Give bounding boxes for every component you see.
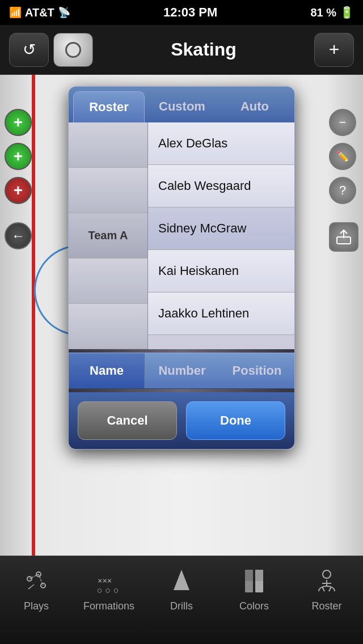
player-row-2[interactable]: Sidney McGraw: [148, 207, 294, 250]
tab-name[interactable]: Name: [69, 353, 145, 388]
drills-icon: [167, 566, 196, 596]
player-row-4[interactable]: Jaakko Lehtinen: [148, 293, 294, 335]
help-icon: ?: [339, 183, 346, 198]
svg-text:○ ○ ○: ○ ○ ○: [98, 586, 118, 594]
segment-custom[interactable]: Custom: [147, 91, 217, 122]
svg-line-19: [329, 587, 331, 591]
picker-row-1[interactable]: [69, 168, 147, 213]
player-list: Team A Alex DeGlas Caleb Wesgaard Sidney…: [69, 122, 294, 349]
status-right: 81 % 🔋: [310, 6, 354, 19]
wifi-icon: 📡: [58, 6, 70, 19]
segment-control: Roster Custom Auto: [69, 87, 294, 122]
picker-row-0[interactable]: [69, 122, 147, 168]
add-player-button-1[interactable]: +: [5, 109, 32, 136]
picker-row-4[interactable]: [69, 304, 147, 349]
status-left: 📶 AT&T 📡: [9, 6, 70, 19]
modal-dialog: Roster Custom Auto Team A: [68, 86, 295, 450]
modal-actions: Cancel Done: [69, 392, 294, 449]
bottom-tab-bar: Plays ××× ○ ○ ○ Formations Drills: [0, 556, 363, 644]
main-area: + + + ← − ✏️ ?: [0, 75, 363, 556]
team-picker[interactable]: Team A: [69, 122, 148, 349]
export-icon: [336, 229, 352, 245]
export-button[interactable]: [329, 222, 358, 252]
formations-icon: ××× ○ ○ ○: [94, 566, 124, 596]
plus-icon-1: +: [14, 113, 23, 132]
svg-marker-10: [174, 570, 189, 590]
tab-drills[interactable]: Drills: [145, 562, 218, 612]
app-title: Skating: [171, 39, 237, 60]
add-player-button-2[interactable]: +: [5, 143, 32, 170]
time-label: 12:03 PM: [163, 5, 217, 20]
roster-icon: [312, 566, 341, 596]
tab-position[interactable]: Position: [220, 353, 294, 388]
help-button[interactable]: ?: [329, 177, 356, 204]
edit-button[interactable]: ✏️: [329, 143, 356, 170]
formations-label: Formations: [83, 600, 134, 612]
tab-number[interactable]: Number: [145, 353, 220, 388]
tab-formations[interactable]: ××× ○ ○ ○ Formations: [73, 562, 145, 612]
plays-icon: [22, 566, 51, 596]
tab-roster[interactable]: Roster: [290, 562, 363, 612]
drills-label: Drills: [170, 600, 193, 612]
edit-icon: ✏️: [336, 150, 349, 163]
cancel-button[interactable]: Cancel: [78, 401, 177, 440]
name-list: Alex DeGlas Caleb Wesgaard Sidney McGraw…: [148, 122, 294, 349]
svg-rect-14: [255, 570, 263, 581]
plus-icon-3: +: [14, 181, 23, 200]
roster-label: Roster: [311, 600, 341, 612]
left-buttons: + + + ←: [5, 109, 32, 249]
tab-plays[interactable]: Plays: [0, 562, 73, 612]
record-icon: [65, 42, 81, 58]
add-button[interactable]: +: [314, 33, 354, 67]
plus-icon-2: +: [14, 147, 23, 166]
player-row-1[interactable]: Caleb Wesgaard: [148, 165, 294, 207]
back-button[interactable]: ←: [5, 222, 32, 249]
svg-line-18: [322, 587, 324, 591]
add-player-button-3[interactable]: +: [5, 177, 32, 204]
right-buttons: − ✏️ ?: [329, 109, 358, 252]
minus-button[interactable]: −: [329, 109, 356, 136]
picker-row-team-a[interactable]: Team A: [69, 213, 147, 259]
back-icon: ←: [11, 228, 25, 244]
colors-icon: [239, 566, 269, 596]
tab-colors[interactable]: Colors: [218, 562, 290, 612]
add-icon: +: [329, 39, 340, 60]
segment-auto[interactable]: Auto: [220, 91, 290, 122]
svg-text:×××: ×××: [98, 576, 112, 585]
team-a-label: Team A: [88, 229, 128, 242]
player-row-3[interactable]: Kai Heiskanen: [148, 250, 294, 293]
battery-label: 81 %: [310, 6, 336, 19]
rink-red-line: [32, 75, 35, 556]
colors-label: Colors: [239, 600, 269, 612]
signal-icon: 📶: [9, 6, 22, 19]
attribute-tabs: Name Number Position: [69, 353, 294, 389]
record-button[interactable]: [53, 33, 93, 67]
battery-icon: 🔋: [340, 6, 354, 19]
refresh-icon: ↺: [23, 40, 36, 59]
top-toolbar: ↺ Skating +: [0, 25, 363, 75]
done-button[interactable]: Done: [186, 401, 285, 440]
status-bar: 📶 AT&T 📡 12:03 PM 81 % 🔋: [0, 0, 363, 25]
segment-roster[interactable]: Roster: [73, 91, 145, 122]
svg-rect-13: [245, 570, 253, 581]
plays-label: Plays: [24, 600, 49, 612]
svg-point-15: [323, 570, 331, 578]
player-row-0[interactable]: Alex DeGlas: [148, 122, 294, 165]
carrier-label: AT&T: [25, 6, 54, 19]
minus-icon: −: [339, 115, 347, 130]
refresh-button[interactable]: ↺: [9, 33, 49, 67]
picker-row-3[interactable]: [69, 259, 147, 304]
